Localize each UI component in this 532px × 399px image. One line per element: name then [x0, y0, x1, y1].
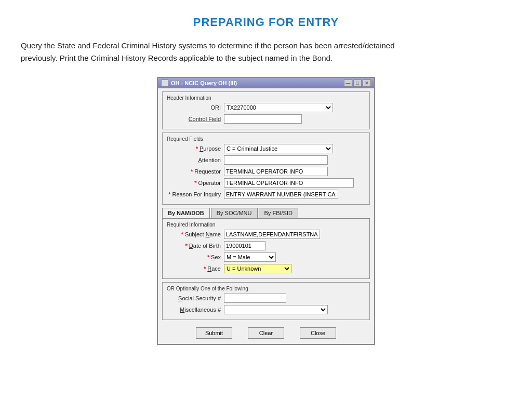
- close-button[interactable]: ✕: [363, 79, 371, 87]
- dialog-body: Header Information ORI TX2270000 Control…: [158, 88, 374, 344]
- header-section-label: Header Information: [167, 95, 365, 101]
- ssn-row: Social Security #: [167, 294, 365, 303]
- sex-row: * Sex M = Male: [167, 252, 365, 262]
- operator-input[interactable]: [224, 178, 354, 188]
- ssn-label: Social Security #: [167, 295, 224, 301]
- sex-label: * Sex: [167, 254, 224, 260]
- race-label: * Race: [167, 265, 224, 272]
- dialog-control-buttons: — □ ✕: [344, 79, 371, 87]
- misc-select[interactable]: [224, 305, 328, 314]
- sex-select[interactable]: M = Male: [224, 252, 276, 262]
- control-field-row: Control Field: [167, 114, 365, 124]
- attention-row: Attention: [167, 155, 365, 165]
- dialog-title: OH - NCIC Query OH (III): [161, 79, 237, 87]
- requestor-row: * Requestor: [167, 167, 365, 176]
- misc-label: Miscellaneous #: [167, 307, 224, 313]
- race-row: * Race U = Unknown: [167, 264, 365, 273]
- control-field-input[interactable]: [224, 114, 302, 124]
- purpose-row: * Purpose C = Criminal Justice: [167, 144, 365, 153]
- clear-button[interactable]: Clear: [248, 327, 284, 339]
- reason-label: * Reason For Inquiry: [167, 191, 224, 197]
- subject-name-label: * Subject Name: [167, 231, 224, 237]
- control-field-label: Control Field: [167, 116, 224, 122]
- dob-label: * Date of Birth: [167, 243, 224, 249]
- operator-label: * Operator: [167, 180, 224, 186]
- dialog-titlebar: OH - NCIC Query OH (III) — □ ✕: [158, 78, 374, 88]
- optional-section: OR Optionally One of the Following Socia…: [162, 282, 370, 320]
- subject-name-input[interactable]: [224, 230, 320, 239]
- dob-input[interactable]: [224, 241, 265, 250]
- requestor-label: * Requestor: [167, 168, 224, 175]
- purpose-select[interactable]: C = Criminal Justice: [224, 144, 333, 153]
- submit-button[interactable]: Submit: [196, 327, 232, 339]
- maximize-button[interactable]: □: [353, 79, 362, 87]
- tab-nam-dob[interactable]: By NAM/DOB: [162, 208, 210, 218]
- intro-paragraph: Query the State and Federal Criminal His…: [21, 39, 416, 64]
- header-section: Header Information ORI TX2270000 Control…: [162, 91, 370, 129]
- tabs-bar: By NAM/DOB By SOC/MNU By FBI/SID: [162, 208, 370, 218]
- ori-select[interactable]: TX2270000: [224, 103, 333, 112]
- tab-soc-mnu[interactable]: By SOC/MNU: [211, 208, 258, 218]
- close-dialog-button[interactable]: Close: [300, 327, 336, 339]
- minimize-button[interactable]: —: [344, 79, 352, 87]
- requestor-input[interactable]: [224, 167, 328, 176]
- ori-row: ORI TX2270000: [167, 103, 365, 112]
- purpose-label: * Purpose: [167, 145, 224, 152]
- subject-name-row: * Subject Name: [167, 230, 365, 239]
- ssn-input[interactable]: [224, 294, 286, 303]
- dob-row: * Date of Birth: [167, 241, 365, 250]
- dialog-window: OH - NCIC Query OH (III) — □ ✕ Header In…: [157, 77, 375, 345]
- page-title: PREPARING FOR ENTRY: [21, 16, 511, 29]
- button-row: Submit Clear Close: [162, 323, 370, 341]
- attention-label: Attention: [167, 157, 224, 163]
- required-fields-label: Required Fields: [167, 136, 365, 142]
- dialog-title-text: OH - NCIC Query OH (III): [171, 80, 237, 86]
- attention-input[interactable]: [224, 155, 328, 165]
- operator-row: * Operator: [167, 178, 365, 188]
- optional-label: OR Optionally One of the Following: [167, 286, 365, 291]
- tab-required-label: Required Information: [167, 222, 365, 228]
- race-select[interactable]: U = Unknown: [224, 264, 291, 273]
- reason-row: * Reason For Inquiry: [167, 190, 365, 199]
- dialog-wrapper: OH - NCIC Query OH (III) — □ ✕ Header In…: [21, 77, 511, 345]
- dialog-icon: [161, 79, 168, 87]
- tab-fbi-sid[interactable]: By FBI/SID: [259, 208, 298, 218]
- required-fields-section: Required Fields * Purpose C = Criminal J…: [162, 132, 370, 205]
- tab-content: Required Information * Subject Name * Da…: [162, 218, 370, 279]
- reason-input[interactable]: [224, 190, 338, 199]
- misc-row: Miscellaneous #: [167, 305, 365, 314]
- ori-label: ORI: [167, 104, 224, 111]
